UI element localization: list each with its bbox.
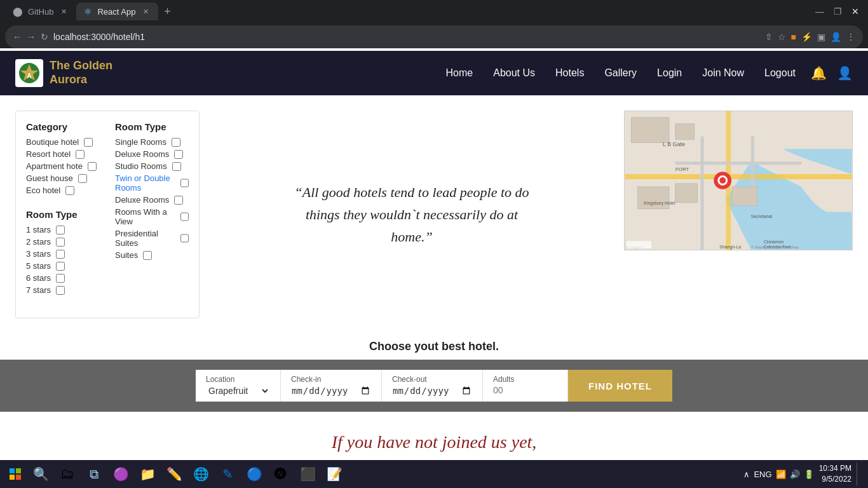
react-tab[interactable]: ⚛ React App ✕ (76, 3, 158, 20)
checkout-input[interactable] (392, 385, 472, 396)
notes-taskbar[interactable]: 📝 (322, 461, 347, 463)
nav-logout[interactable]: Logout (764, 67, 796, 79)
filter-boutique: Boutique hotel (26, 137, 100, 147)
nav-joinnow[interactable]: Join Now (702, 67, 744, 79)
reload-button[interactable]: ↻ (41, 32, 48, 42)
user-icon[interactable]: 👤 (837, 65, 853, 81)
github-icon: ⬤ (13, 6, 23, 17)
navbar: A The Golden Aurora Home About Us Hotels… (0, 51, 868, 95)
svg-rect-4 (625, 174, 852, 179)
checkbox-6star[interactable] (56, 274, 65, 283)
checkbox-1star[interactable] (56, 226, 65, 234)
svg-text:A: A (27, 72, 31, 79)
checkbox-5star[interactable] (56, 262, 65, 271)
checkbox-deluxe2[interactable] (174, 196, 183, 205)
svg-rect-26 (627, 241, 652, 248)
puzzle-icon[interactable]: ⚡ (801, 32, 812, 42)
checkbox-guesthouse[interactable] (78, 174, 87, 183)
checkin-field: Check-in (281, 370, 382, 402)
svg-rect-12 (675, 184, 698, 203)
menu-icon[interactable]: ⋮ (846, 32, 855, 42)
chrome2-taskbar[interactable]: 🔵 (241, 461, 267, 463)
checkbox-suites[interactable] (143, 251, 152, 260)
new-tab-button[interactable]: + (158, 3, 176, 20)
github-tab-close[interactable]: ✕ (58, 6, 69, 17)
github-tab-label: GitHub (28, 7, 53, 17)
join-section: If you have not joined us yet, (0, 412, 868, 463)
url-bar[interactable]: localhost:3000/hotel/h1 (53, 32, 760, 42)
taskbar: 🔍 🗂 ⧉ 🟣 📁 ✏️ 🌐 ✎ 🔵 🅝 ⬛ 📝 ∧ ENG 📶 🔊 🔋 10:… (0, 460, 868, 463)
filter-6star: 6 stars (26, 273, 100, 283)
checkbox-apartment[interactable] (88, 162, 97, 171)
edit-taskbar[interactable]: ✏️ (161, 461, 187, 463)
adults-input[interactable] (493, 385, 531, 395)
back-button[interactable]: ← (13, 32, 22, 42)
filter-single: Single Rooms (115, 137, 189, 147)
minimize-button[interactable]: — (812, 4, 827, 19)
checkbox-twin[interactable] (180, 179, 189, 187)
checkin-input[interactable] (291, 385, 371, 396)
filter-1star: 1 stars (26, 225, 100, 234)
quote-area: “All good hotels tend to lead people to … (215, 111, 609, 318)
filter-3star: 3 stars (26, 249, 100, 259)
checkbox-studio[interactable] (172, 162, 181, 171)
nav-icons: 🔔 👤 (811, 65, 853, 81)
svg-rect-9 (632, 118, 669, 143)
svg-text:Secretariat: Secretariat (751, 214, 773, 219)
checkbox-view[interactable] (180, 212, 189, 221)
github-tab[interactable]: ⬤ GitHub ✕ (5, 3, 76, 20)
close-button[interactable]: ✕ (848, 4, 863, 19)
location-field: Location Grapefruit (196, 370, 281, 402)
logo[interactable]: A The Golden Aurora (15, 59, 112, 87)
filemgr-taskbar[interactable]: 📁 (135, 461, 160, 463)
taskview-taskbar[interactable]: ⧉ (81, 461, 107, 463)
vscode-taskbar[interactable]: ✎ (215, 461, 240, 463)
nav-home[interactable]: Home (446, 67, 473, 79)
checkbox-3star[interactable] (56, 250, 65, 259)
svg-rect-13 (732, 187, 757, 206)
taskbar-icons: 🔍 🗂 ⧉ 🟣 📁 ✏️ 🌐 ✎ 🔵 🅝 ⬛ 📝 (28, 461, 347, 463)
maximize-button[interactable]: ❐ (830, 4, 845, 19)
find-hotel-button[interactable]: FIND HOTEL (568, 370, 672, 402)
checkbox-single[interactable] (172, 138, 180, 147)
category-section: Category Boutique hotel Resort hotel Apa… (26, 121, 100, 297)
window-icon[interactable]: ▣ (817, 32, 825, 42)
nav-about[interactable]: About Us (493, 67, 535, 79)
nav-gallery[interactable]: Gallery (604, 67, 637, 79)
checkbox-deluxe[interactable] (174, 150, 183, 159)
search-taskbar[interactable]: 🔍 (28, 461, 53, 463)
notification-icon[interactable]: 🔔 (811, 65, 827, 81)
files-taskbar[interactable]: 🗂 (55, 461, 80, 463)
filter-deluxe2: Deluxe Rooms (115, 195, 189, 205)
bookmark-icon[interactable]: ☆ (778, 32, 786, 42)
filter-suites: Suites (115, 250, 189, 260)
checkbox-eco[interactable] (65, 186, 74, 195)
join-text: If you have not joined us yet, (15, 432, 853, 452)
checkbox-resort[interactable] (76, 150, 85, 159)
checkbox-7star[interactable] (56, 286, 65, 295)
svg-text:Cinnamon: Cinnamon (764, 240, 784, 244)
svg-text:Kingsbury Hotel: Kingsbury Hotel (644, 201, 675, 206)
logo-svg: A (18, 62, 41, 85)
roomtype-title: Room Type (115, 121, 189, 132)
profile-icon[interactable]: 👤 (831, 32, 841, 42)
notion-taskbar[interactable]: 🅝 (268, 461, 294, 463)
filter-eco: Eco hotel (26, 186, 100, 195)
terminal-taskbar[interactable]: ⬛ (295, 461, 320, 463)
react-tab-close[interactable]: ✕ (140, 6, 151, 17)
checkbox-boutique[interactable] (84, 138, 93, 147)
nav-hotels[interactable]: Hotels (555, 67, 584, 79)
checkbox-2star[interactable] (56, 238, 65, 247)
search-bar: Location Grapefruit Check-in Check-out A… (196, 370, 672, 402)
teams-taskbar[interactable]: 🟣 (108, 461, 133, 463)
react-tab-label: React App (97, 7, 135, 17)
checkout-field: Check-out (382, 370, 483, 402)
checkbox-presidential[interactable] (180, 234, 189, 243)
main-content: Category Boutique hotel Resort hotel Apa… (0, 95, 868, 334)
location-select[interactable]: Grapefruit (206, 385, 270, 396)
svg-rect-11 (637, 187, 669, 209)
forward-button[interactable]: → (27, 32, 36, 42)
nav-login[interactable]: Login (657, 67, 682, 79)
chrome-taskbar[interactable]: 🌐 (188, 461, 214, 463)
map-svg: L B Gate FORT Kingsbury Hotel Secretaria… (625, 111, 852, 250)
